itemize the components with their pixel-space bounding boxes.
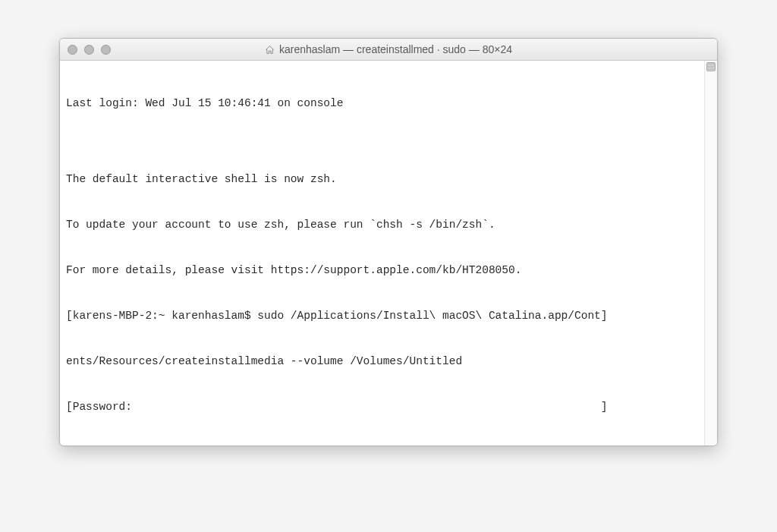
terminal-window: karenhaslam — createinstallmed ∙ sudo — …: [59, 38, 718, 446]
minimize-button[interactable]: [84, 45, 94, 55]
terminal-line: To update your account to use zsh, pleas…: [66, 217, 711, 232]
close-button[interactable]: [68, 45, 77, 55]
home-icon: [265, 45, 275, 55]
terminal-body[interactable]: Last login: Wed Jul 15 10:46:41 on conso…: [60, 61, 717, 445]
terminal-line: Last login: Wed Jul 15 10:46:41 on conso…: [66, 96, 711, 111]
terminal-line: [karens-MBP-2:~ karenhaslam$ sudo /Appli…: [66, 308, 711, 323]
window-title-wrap: karenhaslam — createinstallmed ∙ sudo — …: [60, 43, 717, 55]
scroll-indicator-icon: [706, 62, 716, 71]
scrollbar[interactable]: [704, 61, 717, 445]
terminal-line: ents/Resources/createinstallmedia --volu…: [66, 354, 711, 369]
terminal-line: The default interactive shell is now zsh…: [66, 172, 711, 187]
traffic-lights: [68, 45, 111, 55]
terminal-line: Ready to start.: [66, 445, 711, 445]
terminal-line: [Password: ]: [66, 399, 711, 414]
titlebar[interactable]: karenhaslam — createinstallmed ∙ sudo — …: [60, 39, 717, 61]
window-title: karenhaslam — createinstallmed ∙ sudo — …: [279, 43, 512, 55]
terminal-line: For more details, please visit https://s…: [66, 263, 711, 278]
zoom-button[interactable]: [101, 45, 111, 55]
